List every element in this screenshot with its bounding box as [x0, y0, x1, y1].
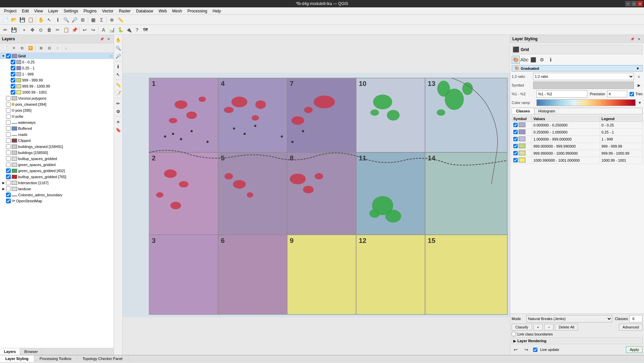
attribute-table-button[interactable]: ▦ [89, 16, 97, 24]
advanced-digitize-button[interactable]: ⚙ [115, 108, 122, 115]
color-ramp-arrow[interactable]: ▼ [637, 99, 643, 106]
layer-order-button[interactable]: ≡ [115, 118, 122, 125]
layer-item-osm[interactable]: 🗺 OpenStreetMap [0, 198, 114, 204]
layer-item-pois-394[interactable]: pois_cleaned [394] [0, 101, 114, 107]
tab-browser[interactable]: Browser [20, 348, 42, 355]
legend-check-1[interactable] [513, 130, 518, 134]
legend-check-0[interactable] [513, 123, 518, 127]
legend-check-3[interactable] [513, 144, 518, 148]
precision-input[interactable] [607, 91, 627, 97]
help-toolbar-button[interactable]: ? [133, 26, 141, 34]
move-feature-button[interactable]: ✥ [28, 26, 37, 34]
expand-all-button[interactable]: ⊞ [37, 44, 45, 52]
live-update-checkbox[interactable] [533, 348, 537, 352]
renderer-icon-1[interactable]: 🎨 [512, 56, 520, 64]
zoom-full-button[interactable]: ⊞ [79, 16, 87, 24]
layer-item-grid[interactable]: ▼ Grid □ [0, 53, 114, 59]
statistics-button[interactable]: Σ [98, 16, 106, 24]
add-layer-button[interactable]: 📄 [1, 44, 9, 52]
styling-close-button[interactable]: ✕ [636, 36, 642, 42]
classes-input[interactable] [629, 315, 643, 322]
pan-tool-button[interactable]: ✋ [37, 16, 45, 24]
zoom-out-button[interactable]: 🔎 [70, 16, 78, 24]
layer-checkbox-999-9999[interactable] [11, 78, 15, 83]
layer-checkbox-99999[interactable] [11, 84, 15, 89]
layer-item-colombo[interactable]: Colombo_admin_boundary [0, 192, 114, 198]
tab-classes[interactable]: Classes [512, 108, 534, 114]
select-button[interactable]: ↖ [45, 16, 53, 24]
delete-selected-button[interactable]: 🗑 [45, 26, 53, 34]
layer-checkbox-green-402[interactable] [6, 168, 11, 173]
digitize-button[interactable]: ✏ [115, 100, 122, 107]
close-button[interactable]: ✕ [637, 1, 643, 6]
undo-button[interactable]: ↩ [81, 26, 89, 34]
layer-item-1-999[interactable]: 1 - 999 [0, 71, 114, 77]
legend-check-4[interactable] [513, 151, 518, 155]
value-select[interactable]: 1:2 ratio [533, 73, 634, 80]
legend-format-input[interactable] [536, 90, 587, 98]
styling-pin-button[interactable]: 📌 [629, 36, 635, 42]
symbol-change-button[interactable]: ▶ [635, 82, 643, 89]
layer-item-intersection[interactable]: ▶ Intersection [1167] [0, 180, 114, 186]
layer-item-voronoi[interactable]: Voronoi polygons [0, 95, 114, 101]
layer-checkbox-intersection[interactable] [6, 180, 11, 185]
save-project-button[interactable]: 💾 [18, 16, 26, 24]
tab-layers[interactable]: Layers [0, 348, 20, 355]
zoom-out-lt-button[interactable]: 🔎 [115, 52, 122, 60]
symbol-preview[interactable] [533, 82, 634, 89]
renderer-icon-4[interactable]: ⚙ [538, 56, 546, 64]
identify-lt-button[interactable]: ℹ [115, 63, 122, 70]
layer-checkbox-roads[interactable] [6, 132, 11, 137]
layer-checkbox-osm[interactable] [6, 199, 11, 203]
layer-item-green-gridded-402[interactable]: green_spaces_gridded [402] [0, 168, 114, 174]
bottom-tab-layer-styling[interactable]: Layer Styling [0, 355, 34, 362]
menu-settings[interactable]: Settings [61, 8, 81, 14]
remove-class-button[interactable]: − [544, 324, 554, 330]
link-class-checkbox[interactable] [512, 332, 516, 336]
renderer-icon-2[interactable]: Abc [520, 56, 528, 64]
menu-database[interactable]: Database [133, 8, 156, 14]
layers-close-button[interactable]: ✕ [106, 36, 112, 42]
bottom-tab-topology[interactable]: Topology Checker Panel [77, 355, 128, 362]
redo-button[interactable]: ↪ [89, 26, 97, 34]
layer-item-green-gridded[interactable]: green_spaces_gridded [0, 162, 114, 168]
menu-project[interactable]: Project [1, 8, 19, 14]
layer-item-buildings-cleaned[interactable]: buildings_cleaned [158491] [0, 144, 114, 150]
maximize-button[interactable]: □ [631, 1, 637, 6]
identify-button[interactable]: ℹ [54, 16, 62, 24]
layer-item-landuse[interactable]: ▶ landuse [0, 186, 114, 192]
menu-mesh[interactable]: Mesh [170, 8, 185, 14]
layer-checkbox-pofw[interactable] [6, 114, 11, 119]
legend-text-1[interactable]: 0.25 - 1 [600, 129, 642, 136]
menu-web[interactable]: Web [156, 8, 169, 14]
menu-raster[interactable]: Raster [116, 8, 133, 14]
menu-vector[interactable]: Vector [100, 8, 116, 14]
spatial-query-button[interactable]: 🗺 [141, 26, 149, 34]
save-as-button[interactable]: 📋 [26, 16, 35, 24]
layer-checkbox-green-gridded[interactable] [6, 162, 11, 167]
pan-map-button[interactable]: ✋ [115, 36, 122, 44]
measure-button[interactable]: 📏 [116, 16, 124, 24]
zoom-in-lt-button[interactable]: 🔍 [115, 44, 122, 52]
cut-features-button[interactable]: ✂ [54, 26, 62, 34]
layer-checkbox-1-999[interactable] [11, 72, 15, 76]
new-project-button[interactable]: 📄 [1, 16, 9, 24]
menu-processing[interactable]: Processing [185, 8, 210, 14]
tab-histogram[interactable]: Histogram [534, 108, 559, 114]
layer-item-99999-10009[interactable]: 999.99 - 1000.99 [0, 83, 114, 89]
add-class-button[interactable]: + [533, 324, 543, 330]
layer-checkbox-voronoi[interactable] [6, 96, 11, 101]
legend-text-2[interactable]: 1 - 999 [600, 136, 642, 143]
layer-checkbox-pois-394[interactable] [6, 102, 11, 107]
save-edits-button[interactable]: 💾 [10, 26, 18, 34]
layer-checkbox-waterways[interactable] [6, 120, 11, 125]
remove-layer-button[interactable]: ✕ [10, 44, 18, 52]
collapse-all-button[interactable]: ⊟ [45, 44, 53, 52]
measure-lt-button[interactable]: 📏 [115, 81, 122, 89]
layer-item-10009-1001[interactable]: 1000.99 - 1001 [0, 89, 114, 95]
delete-all-button[interactable]: Delete All [555, 324, 578, 330]
trim-checkbox[interactable] [630, 92, 634, 96]
menu-plugins[interactable]: Plugins [81, 8, 99, 14]
apply-button[interactable]: Apply [626, 346, 643, 353]
menu-layer[interactable]: Layer [46, 8, 61, 14]
